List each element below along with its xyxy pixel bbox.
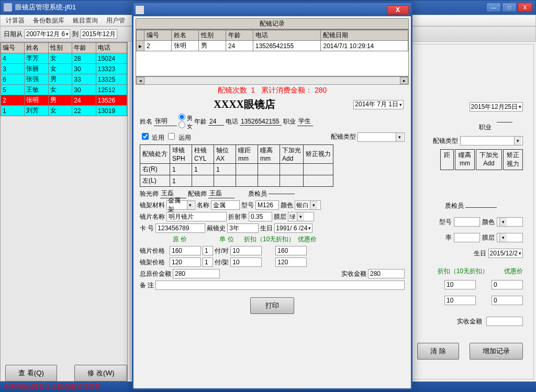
date-to-input[interactable]: 2015年12月 bbox=[81, 29, 117, 39]
date-from-input[interactable]: 2007年12月 6▾ bbox=[25, 29, 70, 39]
lens-price-input[interactable] bbox=[170, 246, 201, 255]
dialog-close-button[interactable]: X bbox=[387, 5, 409, 15]
rx-row-r[interactable]: 右(R)111 bbox=[140, 164, 333, 175]
rx-col-presc: 配镜处方 bbox=[140, 145, 170, 164]
customer-table[interactable]: 编号 姓名 性别 年龄 电话 4李芳女2815024 3张丽女3013323 6… bbox=[1, 42, 127, 116]
sex-female-radio[interactable]: 女 bbox=[178, 121, 193, 129]
table-row[interactable]: 4李芳女2815024 bbox=[1, 53, 127, 64]
actual-label-modal: 实收金额 bbox=[341, 270, 366, 278]
scroll-left-icon[interactable]: ◂ bbox=[136, 77, 144, 84]
model-input[interactable] bbox=[454, 217, 480, 227]
maximize-button[interactable]: □ bbox=[502, 3, 517, 12]
final2-input[interactable] bbox=[492, 296, 523, 305]
actual-input[interactable] bbox=[486, 317, 523, 326]
record-row[interactable]: ▸ 2张明男24135265421552014/7/1 10:29:14 bbox=[137, 41, 408, 51]
table-row[interactable]: 3张丽女3013323 bbox=[1, 64, 127, 74]
date-from-label: 日期从 bbox=[3, 30, 24, 39]
qc-label: 质检员 bbox=[445, 201, 497, 210]
coat-combo[interactable]: ▾ bbox=[497, 233, 523, 242]
qc-field[interactable] bbox=[465, 207, 497, 208]
age-label: 年龄 bbox=[194, 117, 207, 126]
lens-re-input[interactable] bbox=[249, 212, 272, 221]
fittype-combo-modal[interactable]: ▾ bbox=[358, 132, 405, 142]
total-input[interactable] bbox=[173, 269, 220, 278]
near-checkbox[interactable]: 近用 bbox=[140, 131, 164, 142]
frame-mat-combo[interactable]: 金属架▾ bbox=[166, 200, 195, 210]
qc-field-modal[interactable] bbox=[269, 194, 295, 194]
fittype-label: 配镜类型 bbox=[433, 137, 458, 145]
lens-coat-label: 膜层 bbox=[274, 212, 286, 221]
lens-name-input[interactable] bbox=[166, 212, 227, 221]
rx-col-ph: 瞳高 mm bbox=[258, 145, 280, 164]
frame-qty-input[interactable] bbox=[203, 257, 213, 267]
frame-name-label: 名称 bbox=[197, 201, 209, 210]
frame-model-input[interactable] bbox=[255, 200, 279, 210]
rx-row-l[interactable]: 左(L)1 bbox=[140, 175, 333, 187]
frame-price-label: 镜架价格 bbox=[140, 258, 168, 267]
total-label: 总原价金额 bbox=[140, 270, 171, 278]
menu-user[interactable]: 用户管 bbox=[102, 16, 129, 25]
menu-calc[interactable]: 计算器 bbox=[2, 16, 29, 25]
col-age[interactable]: 年龄 bbox=[72, 43, 96, 53]
print-button[interactable]: 打印 bbox=[250, 297, 294, 314]
row-selector-col bbox=[137, 30, 144, 41]
col-sex[interactable]: 性别 bbox=[48, 43, 72, 53]
frame-name-input[interactable] bbox=[211, 200, 240, 210]
close-button[interactable]: X bbox=[518, 3, 532, 12]
actual-input-modal[interactable] bbox=[368, 269, 405, 278]
clear-button[interactable]: 清 除 bbox=[417, 343, 459, 360]
dialog-titlebar[interactable]: X bbox=[133, 3, 411, 16]
record-grid-box[interactable]: 编号 姓名 性别 年龄 电话 配镜日期 ▸ 2张明男24135265421552… bbox=[136, 29, 409, 76]
remark-input[interactable] bbox=[155, 281, 405, 290]
color-combo[interactable]: ▾ bbox=[497, 217, 523, 227]
lens-final-input[interactable] bbox=[275, 246, 307, 255]
frame-disc-input[interactable] bbox=[230, 257, 262, 267]
fittype-combo[interactable]: ▾ bbox=[460, 136, 523, 145]
price-hdr-disc: 折扣（10无折扣） bbox=[244, 235, 296, 244]
fitter-field[interactable]: 王磊 bbox=[208, 189, 234, 198]
discount-hdr: 折扣（10无折扣） bbox=[438, 267, 488, 276]
occ-field[interactable]: 学生 bbox=[297, 117, 313, 126]
menu-backup[interactable]: 备份数据库 bbox=[29, 16, 69, 25]
col-name[interactable]: 姓名 bbox=[25, 43, 48, 53]
record-scrollbar[interactable]: ◂ ▸ bbox=[136, 76, 409, 85]
disc2-input[interactable] bbox=[444, 296, 476, 305]
occupation-field[interactable] bbox=[497, 122, 512, 122]
minimize-button[interactable]: — bbox=[486, 3, 501, 12]
status-text[interactable]: 今天有0位顾客过生日点击我可查看 bbox=[3, 383, 101, 391]
frame-color-combo[interactable]: 银白▾ bbox=[295, 200, 321, 210]
table-row-selected[interactable]: 2张明男2413526 bbox=[1, 95, 127, 106]
far-checkbox[interactable]: 远用 bbox=[166, 131, 191, 142]
frame-final-input[interactable] bbox=[275, 257, 307, 267]
final1-input[interactable] bbox=[492, 280, 523, 289]
sex-male-radio[interactable]: 男 bbox=[178, 114, 193, 121]
rx-table: 配镜处方 球镜 SPH 柱镜 CYL 轴位 AX 瞳距 mm 瞳高 mm 下加光… bbox=[140, 144, 333, 187]
bday-input-modal[interactable]: 1991/ 6 /24▾ bbox=[274, 223, 312, 233]
card-no-input[interactable] bbox=[155, 223, 205, 233]
lens-disc-input[interactable] bbox=[230, 246, 262, 255]
scroll-right-icon[interactable]: ▸ bbox=[400, 77, 408, 84]
lens-coat-combo[interactable]: 绿▾ bbox=[288, 212, 314, 221]
age-field[interactable]: 24 bbox=[208, 118, 224, 126]
name-field[interactable]: 张明 bbox=[154, 117, 177, 126]
record-grid[interactable]: 编号 姓名 性别 年龄 电话 配镜日期 ▸ 2张明男24135265421552… bbox=[136, 30, 408, 51]
col-id[interactable]: 编号 bbox=[1, 43, 25, 53]
edit-button[interactable]: 修 改(W) bbox=[74, 365, 127, 382]
rate-input[interactable] bbox=[454, 233, 480, 242]
col-phone[interactable]: 电话 bbox=[96, 43, 127, 53]
lens-qty-input[interactable] bbox=[203, 246, 213, 255]
record-date-input[interactable]: 2014年 7月 1日▾ bbox=[353, 100, 404, 109]
table-row[interactable]: 1刘芳女2213019 bbox=[1, 106, 127, 116]
table-row[interactable]: 5王敏女3012512 bbox=[1, 85, 127, 95]
frame-price-input[interactable] bbox=[170, 257, 201, 267]
bday-input[interactable]: 2015/12/2▾ bbox=[488, 249, 523, 258]
menu-ledger[interactable]: 账目查询 bbox=[69, 16, 102, 25]
view-button[interactable]: 查 看(Q) bbox=[5, 365, 57, 382]
color-label: 颜色 bbox=[482, 218, 495, 227]
add-record-button[interactable]: 增加记录 bbox=[470, 343, 523, 360]
hist-input[interactable] bbox=[227, 223, 259, 233]
detail-date-input[interactable]: 2015年12月25日▾ bbox=[470, 102, 523, 111]
disc1-input[interactable] bbox=[444, 280, 476, 289]
phone-field[interactable]: 13526542155 bbox=[240, 118, 282, 126]
table-row[interactable]: 6张强男3313325 bbox=[1, 74, 127, 85]
